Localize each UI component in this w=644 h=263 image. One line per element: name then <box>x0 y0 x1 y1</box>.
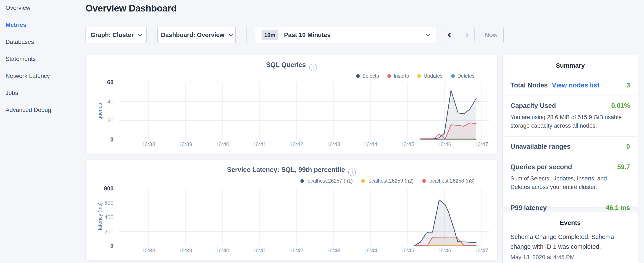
legend-item: localhost:26258 (n3) <box>422 178 474 184</box>
svg-text:16:38: 16:38 <box>142 141 155 147</box>
svg-text:16:42: 16:42 <box>289 141 303 147</box>
y-tick-label: 800 <box>86 185 114 192</box>
chevron-down-icon <box>229 32 232 36</box>
summary-panel: Summary Total Nodes View nodes list 3 Ca… <box>502 55 638 207</box>
sidebar-item-network-latency[interactable]: Network Latency <box>6 72 85 80</box>
legend-dot-icon <box>361 179 365 183</box>
y-tick-label: 0 <box>86 242 114 249</box>
svg-text:16:43: 16:43 <box>326 247 340 254</box>
summary-row-capacity: Capacity Used 0.01% You are using 28.6 M… <box>503 96 638 137</box>
summary-rows: Total Nodes View nodes list 3 Capacity U… <box>503 76 638 218</box>
y-tick-label: 0 <box>86 136 114 143</box>
time-range-badge: 10m <box>262 30 278 40</box>
unavailable-ranges-value: 0 <box>626 143 630 150</box>
total-nodes-value: 3 <box>626 82 630 89</box>
summary-row-qps: Queries per second 59.7 Sum of Selects, … <box>503 157 638 198</box>
legend-dot-icon <box>422 179 426 183</box>
service-latency-chart-card: Service Latency: SQL, 99th percentilei l… <box>86 160 498 260</box>
chart-title-row: SQL Queriesi <box>86 61 497 71</box>
sidebar-item-jobs[interactable]: Jobs <box>6 89 85 97</box>
legend-dot-icon <box>356 74 360 78</box>
svg-text:16:44: 16:44 <box>363 247 377 254</box>
previous-range-button[interactable] <box>442 27 458 43</box>
chevron-down-icon <box>138 32 142 36</box>
sidebar-item-overview[interactable]: Overview <box>6 4 85 12</box>
svg-text:16:41: 16:41 <box>252 247 266 254</box>
p99-latency-label: P99 latency <box>510 204 547 212</box>
legend-dot-icon <box>300 179 304 183</box>
svg-text:16:47: 16:47 <box>474 141 488 147</box>
service-latency-plot[interactable]: 16:3816:3916:4016:4116:4216:4316:4416:45… <box>120 187 490 257</box>
summary-row-unavailable-ranges: Unavailable ranges 0 <box>503 137 638 157</box>
svg-text:16:39: 16:39 <box>178 247 192 254</box>
total-nodes-label: Total Nodes <box>510 82 548 89</box>
dashboard-dropdown[interactable]: Dashboard: Overview <box>157 27 236 43</box>
sql-queries-chart-card: SQL Queriesi SelectsInsertsUpdatesDelete… <box>86 55 498 154</box>
legend-label: Deletes <box>457 73 474 79</box>
chevron-down-icon <box>426 32 430 36</box>
svg-text:16:39: 16:39 <box>178 141 192 147</box>
sidebar-item-databases[interactable]: Databases <box>6 38 85 46</box>
legend-label: localhost:26257 (n1) <box>306 178 353 184</box>
sidebar-item-advanced-debug[interactable]: Advanced Debug <box>6 106 85 114</box>
qps-description: Sum of Selects, Updates, Inserts, and De… <box>510 174 625 191</box>
graph-dropdown[interactable]: Graph: Cluster <box>86 27 147 43</box>
events-title: Events <box>503 219 638 226</box>
now-button[interactable]: Now <box>478 27 504 43</box>
svg-text:16:44: 16:44 <box>363 141 377 147</box>
event-item-text: Schema Change Completed: Schema change w… <box>510 232 630 251</box>
p99-latency-value: 46.1 ms <box>606 204 630 212</box>
y-tick-label: 40 <box>86 98 114 105</box>
info-icon[interactable]: i <box>348 168 356 176</box>
svg-text:16:40: 16:40 <box>216 247 229 254</box>
info-icon[interactable]: i <box>309 64 317 71</box>
summary-title: Summary <box>503 62 638 69</box>
y-tick-label: 600 <box>86 199 114 206</box>
svg-text:16:45: 16:45 <box>400 141 414 147</box>
controls-divider <box>246 27 247 43</box>
time-range-dropdown[interactable]: 10m Past 10 Minutes <box>255 27 436 43</box>
legend-dot-icon <box>417 74 421 78</box>
chart-title: Service Latency: SQL, 99th percentile <box>227 166 345 173</box>
y-tick-label: 400 <box>86 214 114 221</box>
qps-label: Queries per second <box>510 163 572 171</box>
qps-value: 59.7 <box>617 163 630 171</box>
legend-label: localhost:26258 (n3) <box>428 178 474 184</box>
page-title: Overview Dashboard <box>86 3 177 14</box>
summary-row-total-nodes: Total Nodes View nodes list 3 <box>503 76 638 96</box>
chart-legend: localhost:26257 (n1)localhost:26259 (n2)… <box>300 178 474 184</box>
svg-text:16:38: 16:38 <box>142 247 155 254</box>
legend-label: Inserts <box>394 73 409 79</box>
legend-item: Inserts <box>388 73 409 79</box>
capacity-used-value: 0.01% <box>611 102 630 110</box>
legend-label: localhost:26259 (n2) <box>368 178 414 184</box>
svg-text:16:46: 16:46 <box>437 247 451 254</box>
chevron-right-icon <box>464 32 469 38</box>
legend-item: localhost:26259 (n2) <box>361 178 414 184</box>
sidebar-item-statements[interactable]: Statements <box>6 55 85 63</box>
legend-label: Updates <box>424 73 442 79</box>
svg-text:16:40: 16:40 <box>216 141 229 147</box>
chart-legend: SelectsInsertsUpdatesDeletes <box>356 73 475 79</box>
legend-label: Selects <box>362 73 379 79</box>
unavailable-ranges-label: Unavailable ranges <box>510 143 571 150</box>
chart-title-row: Service Latency: SQL, 99th percentilei <box>86 166 497 176</box>
next-range-button[interactable] <box>458 27 474 43</box>
events-panel: Events Schema Change Completed: Schema c… <box>502 212 638 263</box>
svg-text:16:41: 16:41 <box>252 141 266 147</box>
legend-item: Updates <box>417 73 442 79</box>
legend-dot-icon <box>451 74 455 78</box>
controls-bar: Graph: Cluster Dashboard: Overview 10m P… <box>86 27 504 43</box>
legend-item: Selects <box>356 73 379 79</box>
sidebar-nav: OverviewMetricsDatabasesStatementsNetwor… <box>0 0 85 123</box>
legend-item: localhost:26257 (n1) <box>300 178 353 184</box>
capacity-used-label: Capacity Used <box>510 102 556 110</box>
sidebar-item-metrics[interactable]: Metrics <box>6 21 85 29</box>
view-nodes-list-link[interactable]: View nodes list <box>552 82 599 89</box>
capacity-used-description: You are using 28.6 MiB of 515.9 GiB usab… <box>510 113 625 130</box>
sql-queries-plot[interactable]: 16:3816:3916:4016:4116:4216:4316:4416:45… <box>120 81 490 151</box>
svg-text:16:43: 16:43 <box>326 141 340 147</box>
chart-title: SQL Queries <box>266 61 306 69</box>
chevron-left-icon <box>448 32 453 38</box>
overview-dashboard-page: { "colors": { "accent_blue": "#2a72e8", … <box>0 0 644 263</box>
